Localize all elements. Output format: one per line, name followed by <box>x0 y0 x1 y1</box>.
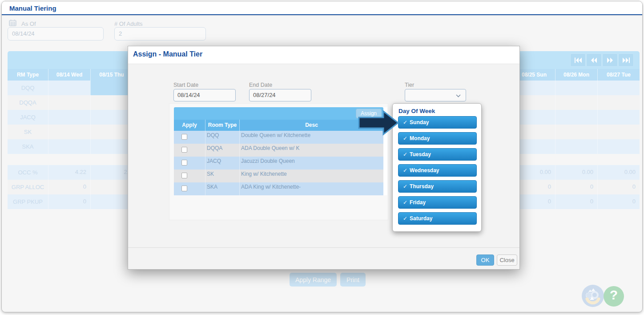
chevron-down-icon <box>456 94 461 97</box>
apply-checkbox[interactable] <box>181 173 187 178</box>
help-icon[interactable]: ? <box>603 286 624 307</box>
grid-cell[interactable] <box>597 110 640 125</box>
summary-row-label: GRP PKUP <box>8 194 48 209</box>
apply-checkbox[interactable] <box>181 134 187 140</box>
day-of-week-panel: Day Of Week ✓Sunday✓Monday✓Tuesday✓Wedne… <box>392 103 482 232</box>
grid-cell[interactable] <box>90 95 133 110</box>
room-type-label: SKA <box>8 139 48 154</box>
app-window: As Of 08/14/24 # Of Adults 2 <box>1 1 643 312</box>
room-table-header: ApplyRoom TypeDesc <box>174 120 383 131</box>
prev-page-button[interactable] <box>586 53 602 67</box>
apply-range-button[interactable]: Apply Range <box>290 273 337 287</box>
grid-cell[interactable] <box>48 110 90 125</box>
start-date-input[interactable]: 08/14/24 <box>173 89 236 101</box>
summary-cell: 2. <box>90 165 133 180</box>
summary-cell: 4.22 <box>48 165 90 180</box>
grid-cell[interactable] <box>597 125 640 139</box>
grid-cell[interactable] <box>597 81 640 95</box>
grid-cell[interactable] <box>90 81 133 95</box>
check-icon: ✓ <box>403 119 407 125</box>
product-logo-icon[interactable] <box>581 284 604 307</box>
summary-cell <box>90 180 133 194</box>
adults-label: # Of Adults <box>114 20 143 27</box>
close-button[interactable]: Close <box>497 254 517 266</box>
room-table-container: Assign ApplyRoom TypeDesc DQQDouble Quee… <box>169 103 388 220</box>
room-desc-cell: ADA King w/ Kitchenette- <box>239 182 383 195</box>
modal-title: Assign - Manual Tier <box>128 46 519 58</box>
summary-cell <box>90 194 133 209</box>
apply-checkbox[interactable] <box>181 147 187 153</box>
apply-cell <box>174 170 205 182</box>
grid-cell[interactable] <box>597 95 640 110</box>
pointer-arrow-annotation <box>358 109 400 136</box>
grid-cell[interactable] <box>555 95 597 110</box>
grid-header-cell: 08/14 Wed <box>48 69 90 81</box>
apply-cell <box>174 131 205 144</box>
rm-type-header: RM Type <box>8 69 48 81</box>
day-button-tuesday[interactable]: ✓Tuesday <box>398 148 477 161</box>
grid-cell[interactable] <box>90 139 133 154</box>
check-icon: ✓ <box>403 183 407 190</box>
grid-cell[interactable] <box>48 81 90 95</box>
grid-cell[interactable] <box>48 139 90 154</box>
summary-cell: 0 <box>555 180 597 194</box>
adults-select[interactable]: 2 <box>114 27 206 40</box>
room-type-cell: DQQ <box>205 131 239 144</box>
room-type-cell: JACQ <box>205 157 239 170</box>
last-page-button[interactable] <box>618 53 634 67</box>
room-type-label: DQQA <box>8 95 48 110</box>
room-table-row: JACQJacuzzi Double Queen <box>174 157 383 170</box>
next-page-button[interactable] <box>602 53 618 67</box>
start-date-label: Start Date <box>173 82 198 88</box>
title-bar: Manual Tiering <box>2 1 642 15</box>
room-table: Assign ApplyRoom TypeDesc DQQDouble Quee… <box>174 107 383 195</box>
grid-header-cell: 08/26 Mon <box>555 69 597 81</box>
page-title: Manual Tiering <box>9 4 56 12</box>
summary-cell: 0 <box>48 180 90 194</box>
apply-checkbox[interactable] <box>181 186 187 191</box>
apply-checkbox[interactable] <box>181 160 187 166</box>
grid-cell[interactable] <box>90 125 133 139</box>
grid-cell[interactable] <box>555 110 597 125</box>
room-table-row: DQQAADA Double Queen w/ K <box>174 144 383 157</box>
room-desc-cell: ADA Double Queen w/ K <box>239 144 383 157</box>
room-table-header-cell: Apply <box>174 120 205 131</box>
question-mark-glyph: ? <box>610 287 618 302</box>
summary-row-label: OCC % <box>8 165 48 180</box>
day-button-wednesday[interactable]: ✓Wednesday <box>398 164 477 177</box>
day-button-monday[interactable]: ✓Monday <box>398 132 477 145</box>
summary-row-label: GRP ALLOC <box>8 180 48 194</box>
grid-cell[interactable] <box>48 125 90 139</box>
room-desc-cell: Jacuzzi Double Queen <box>239 157 383 170</box>
tier-select[interactable] <box>405 89 466 101</box>
check-icon: ✓ <box>403 215 407 222</box>
modal-footer <box>128 247 519 270</box>
grid-cell[interactable] <box>555 125 597 139</box>
room-table-row: DQQDouble Queen w/ Kitchenette <box>174 131 383 144</box>
room-type-label: SK <box>8 125 48 139</box>
room-type-cell: DQQA <box>205 144 239 157</box>
grid-cell[interactable] <box>597 139 640 154</box>
first-page-button[interactable] <box>570 53 586 67</box>
grid-cell[interactable] <box>48 95 90 110</box>
summary-cell: 0.00 <box>555 165 597 180</box>
grid-cell[interactable] <box>555 139 597 154</box>
check-icon: ✓ <box>403 135 407 141</box>
day-button-thursday[interactable]: ✓Thursday <box>398 180 477 193</box>
print-button[interactable]: Print <box>340 273 366 287</box>
apply-cell <box>174 144 205 157</box>
as-of-input[interactable]: 08/14/24 <box>8 27 104 40</box>
day-of-week-title: Day Of Week <box>398 108 435 114</box>
summary-cell: 0 <box>48 194 90 209</box>
grid-cell[interactable] <box>90 110 133 125</box>
day-button-saturday[interactable]: ✓Saturday <box>398 212 477 225</box>
chevron-down-icon <box>196 33 201 36</box>
end-date-input[interactable]: 08/27/24 <box>249 89 311 101</box>
grid-cell[interactable] <box>555 81 597 95</box>
day-button-sunday[interactable]: ✓Sunday <box>398 116 477 129</box>
room-type-label: DQQ <box>8 81 48 95</box>
room-table-body: DQQDouble Queen w/ KitchenetteDQQAADA Do… <box>174 131 383 195</box>
day-button-friday[interactable]: ✓Friday <box>398 196 477 209</box>
grid-header-cell: 08/15 Thu <box>90 69 133 81</box>
ok-button[interactable]: OK <box>476 254 494 266</box>
